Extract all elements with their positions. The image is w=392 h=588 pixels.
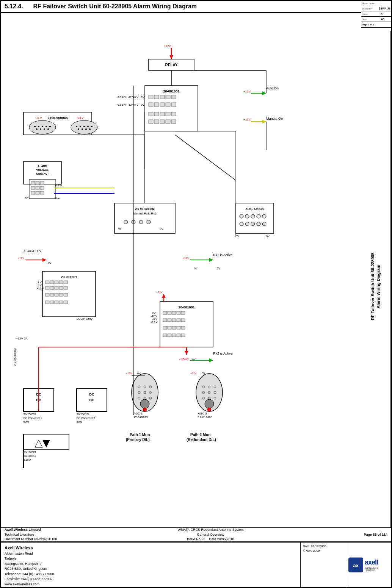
header-title: RF Failover Switch Unit 60-228905 Alarm … bbox=[33, 3, 197, 9]
svg-point-108 bbox=[262, 222, 266, 226]
svg-point-53 bbox=[36, 128, 38, 130]
drawn-by-label: Drawn by bbox=[361, 7, 380, 10]
svg-text:DC: DC bbox=[89, 398, 94, 402]
manual-on-label: Manual On bbox=[266, 117, 283, 120]
svg-rect-74 bbox=[31, 181, 35, 185]
svg-text:Manual Rx1/ Rx2: Manual Rx1/ Rx2 bbox=[133, 212, 157, 215]
svg-point-209 bbox=[138, 391, 140, 394]
svg-text:ALARM LED: ALARM LED bbox=[24, 250, 41, 253]
right-title-line1: RF Failover Switch Unit 60-228905 bbox=[370, 253, 375, 321]
svg-rect-118 bbox=[45, 281, 49, 284]
svg-point-60 bbox=[80, 126, 81, 127]
right-title-panel: RF Failover Switch Unit 60-228905 Alarm … bbox=[361, 31, 391, 542]
svg-point-232 bbox=[205, 399, 214, 408]
svg-rect-127 bbox=[50, 286, 54, 289]
svg-text:AGC 2: AGC 2 bbox=[198, 412, 207, 415]
svg-rect-150 bbox=[163, 311, 167, 314]
svg-rect-29 bbox=[149, 112, 153, 116]
svg-text:60W: 60W bbox=[24, 421, 29, 423]
svg-text:ax: ax bbox=[353, 563, 359, 568]
svg-text:Yellow: Yellow bbox=[55, 184, 63, 186]
svg-text:0V: 0V bbox=[266, 235, 270, 238]
svg-text:0V: 0V bbox=[160, 227, 163, 230]
doc-number-footer: Document Number 60-228701HBK bbox=[5, 537, 58, 542]
svg-text:20-001601: 20-001601 bbox=[61, 275, 77, 279]
svg-text:2 x 96-30003: 2 x 96-30003 bbox=[13, 348, 17, 366]
svg-text:DC: DC bbox=[89, 393, 94, 396]
svg-text:98-110013: 98-110013 bbox=[24, 455, 36, 457]
svg-text:-5 V: -5 V bbox=[37, 284, 42, 287]
svg-rect-21 bbox=[160, 103, 165, 106]
page-of-label: Page 1 of 1 bbox=[361, 23, 375, 26]
svg-rect-9 bbox=[149, 95, 153, 99]
svg-point-101 bbox=[251, 214, 255, 218]
axell-logo-svg: ax bbox=[348, 557, 363, 572]
svg-text:2x96-900045: 2x96-900045 bbox=[47, 116, 67, 120]
svg-text:0V: 0V bbox=[202, 372, 205, 375]
svg-text:LOOP Grey: LOOP Grey bbox=[77, 317, 93, 321]
svg-point-52 bbox=[49, 126, 51, 127]
doc-title2-footer: General Overview bbox=[177, 532, 243, 537]
svg-text:98-110001: 98-110001 bbox=[24, 451, 36, 454]
bottom-block: Axell Wireless Aldermaston Road Tadpole … bbox=[1, 542, 391, 587]
svg-point-91 bbox=[124, 220, 128, 224]
svg-rect-10 bbox=[154, 95, 159, 99]
svg-text:0V: 0V bbox=[48, 261, 52, 264]
svg-text:Rx2 is Active: Rx2 is Active bbox=[213, 352, 233, 355]
svg-text:2 x 96-920002: 2 x 96-920002 bbox=[135, 207, 155, 211]
svg-rect-122 bbox=[64, 281, 67, 284]
footer-strip: Axell Wireless Limited Technical Literat… bbox=[1, 527, 391, 542]
svg-text:-6 V: -6 V bbox=[133, 96, 138, 99]
svg-rect-131 bbox=[45, 293, 49, 296]
svg-point-66 bbox=[85, 128, 87, 130]
svg-text:-6 V: -6 V bbox=[152, 318, 157, 321]
svg-text:+14 V: +14 V bbox=[35, 117, 42, 119]
diagram-area: RELAY +12V 20-001601 0V -6 V -12 V 6 V +… bbox=[1, 16, 361, 542]
tel: Telephone: +44 (0) 1488 777000 bbox=[5, 572, 296, 577]
svg-point-235 bbox=[207, 408, 211, 411]
svg-rect-20 bbox=[154, 103, 159, 106]
issue-text: Issue No. 3 bbox=[187, 537, 204, 541]
svg-text:+12 V: +12 V bbox=[151, 321, 158, 324]
title-block: Not to Scale Drawn by EWA/JS Issue: 4 Si… bbox=[361, 1, 391, 28]
svg-rect-22 bbox=[166, 103, 170, 106]
svg-rect-13 bbox=[171, 95, 176, 99]
svg-text:ALARM: ALARM bbox=[38, 165, 47, 167]
svg-point-64 bbox=[78, 128, 79, 130]
svg-text:+12V: +12V bbox=[126, 372, 132, 375]
footer-left: Axell Wireless Limited Technical Literat… bbox=[5, 527, 58, 542]
svg-text:+12V: +12V bbox=[183, 357, 189, 360]
page-header: 5.12.4. RF Failover Switch Unit 60-22890… bbox=[1, 1, 391, 13]
svg-rect-152 bbox=[172, 311, 176, 314]
footer-center: WMATA CRCS Redundant Antenna System Gene… bbox=[177, 527, 243, 542]
svg-text:DC Converter 1: DC Converter 1 bbox=[24, 417, 42, 419]
svg-text:+12V: +12V bbox=[156, 291, 163, 294]
svg-rect-134 bbox=[59, 293, 63, 296]
svg-text:+12V: +12V bbox=[18, 257, 24, 260]
svg-rect-80 bbox=[31, 191, 35, 194]
svg-rect-168 bbox=[181, 326, 185, 329]
size-value: A3 bbox=[380, 17, 385, 21]
svg-rect-11 bbox=[160, 95, 165, 99]
svg-text:17-019895: 17-019895 bbox=[133, 416, 148, 419]
svg-text:+12 V: +12 V bbox=[116, 96, 124, 99]
axell-logo-area: ax axell WIRELESS LIMITED bbox=[346, 543, 391, 587]
page-number: Page 83 of 114 bbox=[364, 532, 387, 537]
svg-text:Rx1 is Active: Rx1 is Active bbox=[213, 253, 233, 257]
svg-rect-161 bbox=[172, 319, 176, 322]
svg-rect-32 bbox=[166, 112, 170, 116]
address1: Aldermaston Road bbox=[5, 551, 296, 557]
svg-rect-133 bbox=[55, 293, 58, 296]
svg-rect-31 bbox=[160, 112, 165, 116]
date-text: Date 28/05/2010 bbox=[209, 537, 234, 541]
svg-point-207 bbox=[144, 386, 146, 388]
svg-text:0V: 0V bbox=[152, 312, 156, 314]
svg-rect-169 bbox=[163, 334, 167, 337]
svg-text:3.15 A: 3.15 A bbox=[24, 458, 31, 461]
svg-point-55 bbox=[44, 128, 45, 130]
address3: Basingstoke, Hampshire bbox=[5, 561, 296, 567]
svg-rect-81 bbox=[36, 191, 39, 194]
doc-title1-footer: WMATA CRCS Redundant Antenna System bbox=[177, 527, 243, 532]
svg-rect-34 bbox=[149, 120, 153, 124]
svg-point-100 bbox=[245, 214, 249, 218]
